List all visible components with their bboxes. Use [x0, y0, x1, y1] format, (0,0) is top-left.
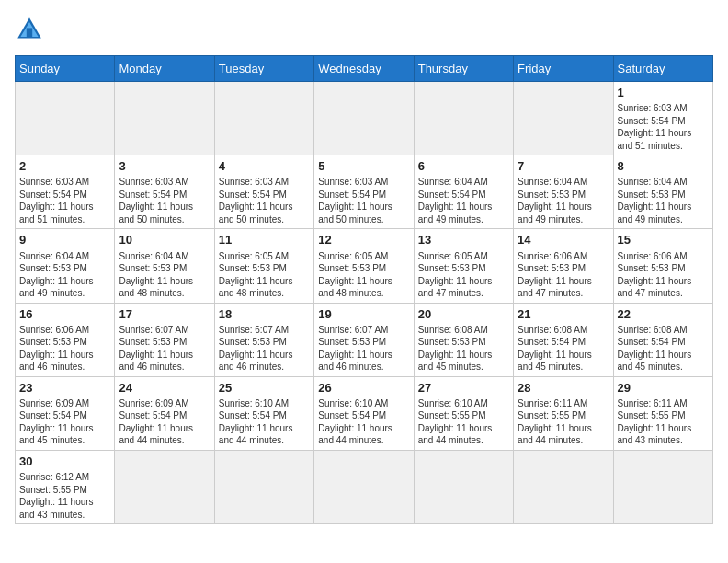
calendar-cell: 1Sunrise: 6:03 AM Sunset: 5:54 PM Daylig…: [613, 82, 712, 155]
calendar-cell: 23Sunrise: 6:09 AM Sunset: 5:54 PM Dayli…: [16, 376, 115, 450]
day-info: Sunrise: 6:06 AM Sunset: 5:53 PM Dayligh…: [518, 250, 609, 300]
calendar-cell: 19Sunrise: 6:07 AM Sunset: 5:53 PM Dayli…: [314, 303, 414, 376]
calendar-cell: 21Sunrise: 6:08 AM Sunset: 5:54 PM Dayli…: [514, 303, 613, 376]
logo-icon: [15, 15, 44, 44]
day-number: 20: [418, 306, 509, 323]
day-number: 26: [318, 380, 409, 396]
day-number: 3: [119, 158, 210, 175]
calendar-cell: 9Sunrise: 6:04 AM Sunset: 5:53 PM Daylig…: [16, 229, 115, 303]
calendar-cell: 27Sunrise: 6:10 AM Sunset: 5:55 PM Dayli…: [414, 376, 513, 450]
logo: [15, 15, 48, 44]
day-number: 6: [418, 158, 509, 175]
day-info: Sunrise: 6:10 AM Sunset: 5:55 PM Dayligh…: [418, 397, 509, 447]
calendar-cell: 24Sunrise: 6:09 AM Sunset: 5:54 PM Dayli…: [115, 376, 214, 450]
day-info: Sunrise: 6:11 AM Sunset: 5:55 PM Dayligh…: [618, 397, 709, 447]
day-number: 28: [518, 380, 609, 396]
svg-rect-2: [27, 28, 32, 37]
day-number: 18: [219, 306, 310, 323]
day-number: 19: [318, 306, 409, 323]
calendar-week-1: 2Sunrise: 6:03 AM Sunset: 5:54 PM Daylig…: [16, 155, 713, 229]
calendar-cell: [514, 450, 613, 523]
calendar-cell: 4Sunrise: 6:03 AM Sunset: 5:54 PM Daylig…: [214, 155, 313, 229]
day-info: Sunrise: 6:04 AM Sunset: 5:53 PM Dayligh…: [618, 176, 709, 225]
day-number: 27: [418, 380, 509, 396]
calendar-cell: 6Sunrise: 6:04 AM Sunset: 5:54 PM Daylig…: [414, 155, 513, 229]
day-number: 30: [19, 454, 110, 470]
day-number: 21: [518, 306, 609, 323]
day-info: Sunrise: 6:09 AM Sunset: 5:54 PM Dayligh…: [19, 397, 110, 447]
calendar-cell: [115, 82, 214, 155]
weekday-header-monday: Monday: [115, 56, 214, 82]
calendar-cell: 17Sunrise: 6:07 AM Sunset: 5:53 PM Dayli…: [115, 303, 214, 376]
calendar-cell: 30Sunrise: 6:12 AM Sunset: 5:55 PM Dayli…: [16, 450, 115, 523]
weekday-header-friday: Friday: [514, 56, 613, 82]
calendar-cell: 15Sunrise: 6:06 AM Sunset: 5:53 PM Dayli…: [613, 229, 712, 303]
calendar-cell: [414, 450, 513, 523]
calendar-cell: 16Sunrise: 6:06 AM Sunset: 5:53 PM Dayli…: [16, 303, 115, 376]
day-info: Sunrise: 6:09 AM Sunset: 5:54 PM Dayligh…: [119, 397, 210, 447]
day-number: 2: [19, 158, 110, 175]
day-info: Sunrise: 6:04 AM Sunset: 5:53 PM Dayligh…: [19, 250, 110, 300]
calendar-cell: [314, 82, 414, 155]
day-number: 17: [119, 306, 210, 323]
weekday-header-saturday: Saturday: [613, 56, 712, 82]
day-info: Sunrise: 6:05 AM Sunset: 5:53 PM Dayligh…: [219, 250, 310, 300]
day-info: Sunrise: 6:06 AM Sunset: 5:53 PM Dayligh…: [19, 324, 110, 373]
calendar-cell: 28Sunrise: 6:11 AM Sunset: 5:55 PM Dayli…: [514, 376, 613, 450]
day-info: Sunrise: 6:03 AM Sunset: 5:54 PM Dayligh…: [618, 102, 709, 152]
calendar-cell: 29Sunrise: 6:11 AM Sunset: 5:55 PM Dayli…: [613, 376, 712, 450]
day-number: 16: [19, 306, 110, 323]
day-info: Sunrise: 6:04 AM Sunset: 5:53 PM Dayligh…: [119, 250, 210, 300]
day-info: Sunrise: 6:08 AM Sunset: 5:53 PM Dayligh…: [418, 324, 509, 373]
weekday-header-wednesday: Wednesday: [314, 56, 414, 82]
day-info: Sunrise: 6:03 AM Sunset: 5:54 PM Dayligh…: [19, 176, 110, 225]
day-info: Sunrise: 6:05 AM Sunset: 5:53 PM Dayligh…: [418, 250, 509, 300]
day-number: 10: [119, 232, 210, 248]
day-info: Sunrise: 6:10 AM Sunset: 5:54 PM Dayligh…: [219, 397, 310, 447]
calendar-cell: [214, 450, 313, 523]
day-info: Sunrise: 6:03 AM Sunset: 5:54 PM Dayligh…: [219, 176, 310, 225]
calendar-table: SundayMondayTuesdayWednesdayThursdayFrid…: [15, 55, 713, 524]
calendar-cell: 12Sunrise: 6:05 AM Sunset: 5:53 PM Dayli…: [314, 229, 414, 303]
calendar-cell: [214, 82, 313, 155]
day-number: 12: [318, 232, 409, 248]
calendar-cell: 3Sunrise: 6:03 AM Sunset: 5:54 PM Daylig…: [115, 155, 214, 229]
calendar-cell: 8Sunrise: 6:04 AM Sunset: 5:53 PM Daylig…: [613, 155, 712, 229]
day-info: Sunrise: 6:08 AM Sunset: 5:54 PM Dayligh…: [618, 324, 709, 373]
day-number: 1: [618, 85, 709, 101]
weekday-header-sunday: Sunday: [16, 56, 115, 82]
day-number: 24: [119, 380, 210, 396]
weekday-header-row: SundayMondayTuesdayWednesdayThursdayFrid…: [16, 56, 713, 82]
day-info: Sunrise: 6:07 AM Sunset: 5:53 PM Dayligh…: [119, 324, 210, 373]
calendar-cell: [414, 82, 513, 155]
calendar-cell: [314, 450, 414, 523]
day-info: Sunrise: 6:08 AM Sunset: 5:54 PM Dayligh…: [518, 324, 609, 373]
calendar-week-5: 30Sunrise: 6:12 AM Sunset: 5:55 PM Dayli…: [16, 450, 713, 523]
day-info: Sunrise: 6:07 AM Sunset: 5:53 PM Dayligh…: [318, 324, 409, 373]
calendar-cell: [514, 82, 613, 155]
day-number: 8: [618, 158, 709, 175]
calendar-cell: 20Sunrise: 6:08 AM Sunset: 5:53 PM Dayli…: [414, 303, 513, 376]
page-header: [15, 15, 713, 44]
calendar-cell: 22Sunrise: 6:08 AM Sunset: 5:54 PM Dayli…: [613, 303, 712, 376]
day-info: Sunrise: 6:11 AM Sunset: 5:55 PM Dayligh…: [518, 397, 609, 447]
calendar-cell: 10Sunrise: 6:04 AM Sunset: 5:53 PM Dayli…: [115, 229, 214, 303]
calendar-cell: 25Sunrise: 6:10 AM Sunset: 5:54 PM Dayli…: [214, 376, 313, 450]
calendar-cell: 2Sunrise: 6:03 AM Sunset: 5:54 PM Daylig…: [16, 155, 115, 229]
calendar-cell: [613, 450, 712, 523]
day-number: 7: [518, 158, 609, 175]
weekday-header-tuesday: Tuesday: [214, 56, 313, 82]
day-number: 13: [418, 232, 509, 248]
day-number: 15: [618, 232, 709, 248]
calendar-cell: 7Sunrise: 6:04 AM Sunset: 5:53 PM Daylig…: [514, 155, 613, 229]
weekday-header-thursday: Thursday: [414, 56, 513, 82]
calendar-cell: [16, 82, 115, 155]
day-info: Sunrise: 6:06 AM Sunset: 5:53 PM Dayligh…: [618, 250, 709, 300]
day-info: Sunrise: 6:03 AM Sunset: 5:54 PM Dayligh…: [318, 176, 409, 225]
calendar-cell: 11Sunrise: 6:05 AM Sunset: 5:53 PM Dayli…: [214, 229, 313, 303]
day-info: Sunrise: 6:07 AM Sunset: 5:53 PM Dayligh…: [219, 324, 310, 373]
day-number: 4: [219, 158, 310, 175]
calendar-cell: 18Sunrise: 6:07 AM Sunset: 5:53 PM Dayli…: [214, 303, 313, 376]
day-number: 9: [19, 232, 110, 248]
day-info: Sunrise: 6:04 AM Sunset: 5:53 PM Dayligh…: [518, 176, 609, 225]
